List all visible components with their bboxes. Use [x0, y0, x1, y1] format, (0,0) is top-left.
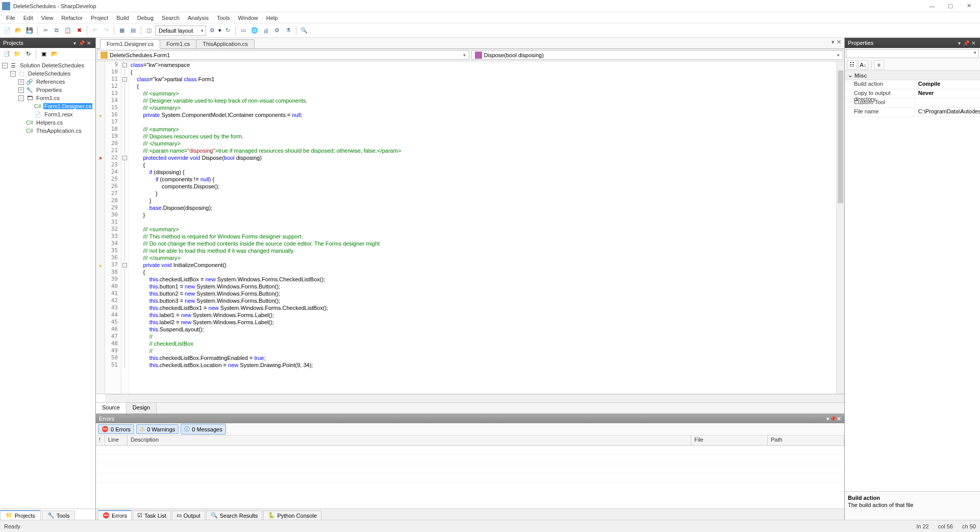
bottom-tab-python[interactable]: 🐍Python Console	[263, 511, 321, 520]
minimize-button[interactable]: —	[923, 1, 941, 11]
tree-resx[interactable]: 📄 Form1.resx	[0, 110, 95, 118]
tree-references[interactable]: + 🔗 References	[0, 78, 95, 86]
tree-thisapp[interactable]: C# ThisApplication.cs	[0, 127, 95, 135]
tree-designer-cs[interactable]: C# Form1.Designer.cs	[0, 102, 95, 110]
panel-pin-icon[interactable]: 📌	[78, 40, 85, 46]
expand-icon[interactable]: −	[10, 71, 16, 77]
tree-project[interactable]: − ⬚ DeleteSchedules	[0, 69, 95, 78]
refresh-icon[interactable]: ↻	[23, 50, 33, 59]
save-icon[interactable]: 💾	[24, 26, 35, 36]
paste-icon[interactable]: 📋	[63, 26, 73, 36]
undo-icon[interactable]: ↶	[90, 26, 100, 36]
alphabetical-icon[interactable]: A↓	[858, 60, 868, 69]
bottom-tab-output[interactable]: ▭Output	[172, 511, 205, 520]
menu-build[interactable]: Build	[112, 14, 133, 22]
panel-close-icon[interactable]: ✕	[837, 416, 841, 422]
col-bang[interactable]: !	[96, 436, 105, 445]
maximize-button[interactable]: ▢	[941, 1, 960, 11]
panel-pin-icon[interactable]: 📌	[963, 40, 970, 46]
tab-form1-designer[interactable]: Form1.Designer.cs	[100, 39, 160, 49]
menu-view[interactable]: View	[37, 14, 58, 22]
panel-dropdown-icon[interactable]: ▾	[71, 40, 78, 46]
split-icon[interactable]: ◫	[144, 26, 154, 36]
panel-pin-icon[interactable]: 📌	[830, 416, 837, 422]
globe-icon[interactable]: 🌐	[249, 26, 260, 36]
menu-window[interactable]: Window	[234, 14, 262, 22]
collapse-icon[interactable]: ▣	[39, 50, 48, 59]
errors-filter-warnings[interactable]: ⚠0 Warnings	[136, 424, 179, 434]
menu-help[interactable]: Help	[262, 14, 282, 22]
tab-source[interactable]: Source	[96, 403, 127, 414]
category-misc[interactable]: ⌄Misc	[845, 71, 980, 80]
tab-design[interactable]: Design	[127, 403, 157, 414]
errors-body[interactable]	[96, 446, 844, 509]
table-icon[interactable]: ▤	[128, 26, 138, 36]
menu-tools[interactable]: Tools	[213, 14, 234, 22]
expand-icon[interactable]: −	[2, 63, 8, 68]
panel-dropdown-icon[interactable]: ▾	[956, 40, 963, 46]
tab-list-icon[interactable]: ▾	[832, 39, 835, 45]
col-line[interactable]: Line	[105, 436, 128, 445]
cog-icon[interactable]: ⚙	[272, 26, 282, 36]
prop-copy[interactable]: Copy to output directoryNever	[845, 89, 980, 99]
member-combo[interactable]: Dispose(bool disposing)	[471, 50, 844, 60]
props-icon[interactable]: ≡	[874, 60, 884, 69]
tree-properties[interactable]: + 🔧 Properties	[0, 86, 95, 94]
col-description[interactable]: Description	[128, 436, 691, 445]
project-tree[interactable]: − ☰ Solution DeleteSchedules − ⬚ DeleteS…	[0, 60, 95, 509]
errors-filter-errors[interactable]: ⛔0 Errors	[98, 424, 134, 434]
print-icon[interactable]: 🖨	[261, 26, 271, 36]
property-grid[interactable]: ⌄Misc Build actionCompile Copy to output…	[845, 70, 980, 491]
horizontal-scrollbar[interactable]	[105, 394, 844, 402]
menu-debug[interactable]: Debug	[133, 14, 158, 22]
grid-icon[interactable]: ▦	[117, 26, 127, 36]
search-icon[interactable]: 🔍	[299, 26, 309, 36]
panel-close-icon[interactable]: ✕	[85, 40, 92, 46]
col-path[interactable]: Path	[768, 436, 844, 445]
menu-analysis[interactable]: Analysis	[184, 14, 213, 22]
prop-build-action[interactable]: Build actionCompile	[845, 80, 980, 89]
open-icon[interactable]: 📂	[13, 26, 23, 36]
errors-filter-messages[interactable]: ⓘ0 Messages	[181, 424, 225, 434]
menu-file[interactable]: File	[2, 14, 19, 22]
tab-close-icon[interactable]: ✕	[837, 39, 841, 45]
menu-search[interactable]: Search	[158, 14, 184, 22]
bottom-tab-tasklist[interactable]: ☑Task List	[133, 511, 171, 520]
prop-filename[interactable]: File nameC:\ProgramData\Autodesk\Revit	[845, 108, 980, 117]
properties-object-dropdown[interactable]	[846, 49, 979, 58]
new-file-icon[interactable]: 📄	[2, 26, 12, 36]
bottom-tab-search[interactable]: 🔍Search Results	[206, 511, 263, 520]
folder-icon[interactable]: 📂	[50, 50, 59, 59]
menu-edit[interactable]: Edit	[19, 14, 37, 22]
rect-icon[interactable]: ▭	[238, 26, 248, 36]
class-combo[interactable]: DeleteSchedules.Form1	[97, 50, 469, 60]
copy-icon[interactable]: ⧉	[52, 26, 62, 36]
vertical-scrollbar[interactable]	[836, 61, 844, 394]
gear-icon[interactable]: ⚙	[207, 26, 217, 36]
redo-icon[interactable]: ↷	[101, 26, 111, 36]
show-all-icon[interactable]: 📁	[13, 50, 22, 59]
filter-icon[interactable]: ⚗	[283, 26, 293, 36]
tab-form1[interactable]: Form1.cs	[160, 39, 196, 49]
tree-form-cs[interactable]: − 🗔 Form1.cs	[0, 94, 95, 102]
layout-dropdown[interactable]: Default layout	[155, 26, 206, 36]
prop-custom-tool[interactable]: Custom Tool	[845, 99, 980, 108]
properties-icon[interactable]: 📑	[2, 50, 11, 59]
delete-icon[interactable]: ✖	[74, 26, 84, 36]
expand-icon[interactable]: +	[18, 87, 24, 93]
close-button[interactable]: ✕	[960, 1, 978, 11]
code-editor[interactable]: ⬥➤⬥ 910111213141516171819202122232425262…	[96, 61, 844, 394]
categorized-icon[interactable]: ☷	[847, 60, 857, 69]
menu-refactor[interactable]: Refactor	[57, 14, 87, 22]
tree-solution[interactable]: − ☰ Solution DeleteSchedules	[0, 61, 95, 69]
expand-icon[interactable]: −	[18, 95, 24, 101]
expand-icon[interactable]: +	[18, 79, 24, 85]
refresh-icon[interactable]: ↻	[222, 26, 233, 36]
panel-close-icon[interactable]: ✕	[970, 40, 977, 46]
bottom-tab-errors[interactable]: ⛔Errors	[98, 510, 132, 520]
tab-projects[interactable]: 📁 Projects	[0, 510, 41, 520]
menu-project[interactable]: Project	[87, 14, 112, 22]
tab-thisapplication[interactable]: ThisApplication.cs	[196, 39, 255, 49]
tab-tools[interactable]: 🔧 Tools	[42, 511, 76, 520]
tree-helpers[interactable]: C# Helpers.cs	[0, 118, 95, 127]
